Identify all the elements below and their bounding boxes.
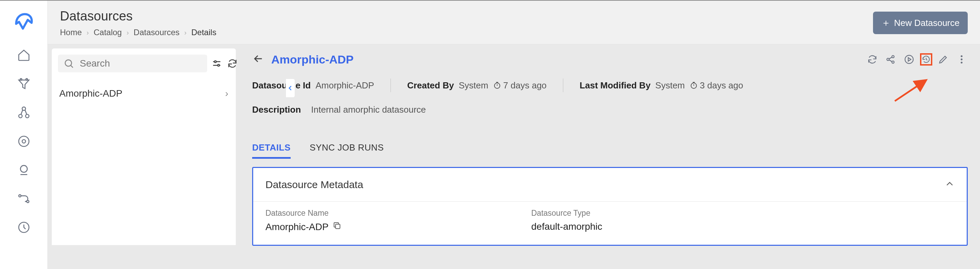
filter-icon[interactable] (17, 77, 31, 91)
svg-point-11 (65, 60, 72, 66)
pipeline-icon[interactable] (17, 192, 31, 205)
detail-tabs: DETAILS SYNC JOB RUNS (252, 143, 968, 159)
last-modified-by-value: System (655, 80, 685, 91)
plus-icon: ＋ (881, 16, 891, 29)
tab-sync-job-runs[interactable]: SYNC JOB RUNS (310, 143, 384, 159)
svg-point-0 (20, 78, 22, 80)
last-modified-time: 3 days ago (700, 80, 743, 91)
play-icon[interactable] (903, 53, 915, 66)
filter-sliders-icon[interactable] (211, 58, 222, 69)
breadcrumb-catalog[interactable]: Catalog (94, 28, 122, 37)
nav-rail (0, 1, 48, 269)
metadata-card: Datasource Metadata Datasource Name Amor… (252, 167, 968, 246)
created-time: 7 days ago (503, 80, 547, 91)
datasource-title: Amorphic-ADP (271, 53, 354, 66)
datasource-name-value: Amorphic-ADP (266, 221, 328, 232)
more-icon[interactable] (956, 53, 968, 66)
new-datasource-button[interactable]: ＋ New Datasource (873, 11, 968, 34)
new-datasource-label: New Datasource (894, 18, 959, 28)
sidebar-item-label: Amorphic-ADP (59, 88, 123, 99)
edit-icon[interactable] (937, 53, 949, 66)
description-value: Internal amorphic datasource (311, 104, 426, 115)
home-icon[interactable] (17, 48, 31, 62)
svg-point-8 (19, 195, 21, 197)
chevron-right-icon: › (126, 29, 129, 37)
search-icon (64, 58, 74, 69)
last-modified-by-label: Last Modified By (580, 80, 651, 91)
breadcrumb: Home › Catalog › Datasources › Details (60, 28, 216, 37)
page-header: Datasources Home › Catalog › Datasources… (48, 1, 980, 44)
chevron-right-icon: › (225, 88, 228, 99)
svg-point-7 (21, 166, 27, 172)
gear-icon[interactable] (17, 134, 31, 148)
datasource-id-value: Amorphic-ADP (315, 80, 374, 91)
created-by-label: Created By (407, 80, 454, 91)
clock-icon (493, 81, 501, 90)
metadata-card-title: Datasource Metadata (266, 179, 363, 191)
svg-point-17 (905, 55, 913, 64)
breadcrumb-datasources[interactable]: Datasources (134, 28, 180, 37)
chevron-up-icon (945, 179, 955, 190)
datasource-name-label: Datasource Name (266, 208, 531, 218)
svg-point-13 (218, 64, 220, 66)
side-panel: Amorphic-ADP › (48, 44, 240, 269)
created-by-value: System (459, 80, 488, 91)
refresh-icon[interactable] (227, 58, 238, 69)
datasource-type-value: default-amorphic (531, 221, 603, 232)
svg-rect-24 (336, 224, 340, 229)
svg-point-6 (19, 136, 29, 146)
svg-point-19 (961, 58, 962, 60)
history-icon[interactable] (920, 53, 932, 66)
search-input[interactable] (80, 58, 202, 69)
breadcrumb-home[interactable]: Home (60, 28, 82, 37)
datasource-id-label: Datasource Id (252, 80, 311, 91)
detail-content: Amorphic-ADP (240, 44, 980, 269)
svg-point-1 (25, 78, 27, 80)
breadcrumb-details: Details (191, 28, 216, 37)
svg-point-18 (961, 55, 962, 57)
datasource-type-label: Datasource Type (531, 208, 797, 218)
svg-point-3 (19, 114, 22, 118)
share-icon[interactable] (885, 53, 897, 66)
svg-point-12 (214, 61, 216, 62)
svg-point-4 (25, 114, 29, 118)
chevron-right-icon: › (185, 29, 187, 37)
predict-icon[interactable] (17, 163, 31, 177)
nodes-icon[interactable] (17, 106, 31, 120)
refresh-icon[interactable] (866, 53, 878, 66)
metadata-card-header[interactable]: Datasource Metadata (253, 168, 967, 202)
chevron-right-icon: › (87, 29, 89, 37)
page-title: Datasources (60, 9, 216, 24)
back-arrow-icon[interactable] (252, 53, 264, 66)
copy-icon[interactable] (332, 221, 341, 232)
tab-details[interactable]: DETAILS (252, 143, 291, 159)
svg-point-20 (961, 62, 962, 64)
clock-icon[interactable] (17, 221, 31, 234)
divider (390, 78, 391, 92)
collapse-sidebar-handle[interactable] (286, 78, 295, 98)
clock-icon (690, 81, 698, 90)
sidebar-item-amorphic-adp[interactable]: Amorphic-ADP › (52, 78, 236, 109)
divider (563, 78, 563, 92)
search-input-wrap[interactable] (58, 54, 207, 72)
sidebar-empty-area (52, 109, 236, 245)
app-logo (12, 10, 35, 34)
description-label: Description (252, 104, 301, 115)
svg-point-5 (22, 139, 25, 143)
detail-toolbar (866, 53, 968, 66)
